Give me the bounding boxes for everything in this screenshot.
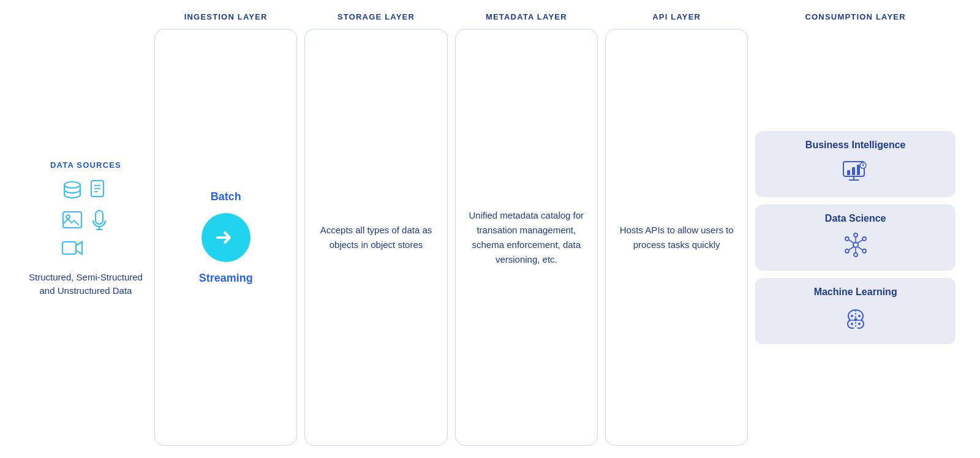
svg-line-29 <box>858 247 862 250</box>
storage-layer-title: STORAGE LAYER <box>333 12 420 21</box>
api-layer-column: API LAYER Hosts APIs to allow users to p… <box>605 12 748 446</box>
svg-line-28 <box>849 247 854 250</box>
batch-label: Batch <box>211 190 241 203</box>
metadata-layer-title: METADATA LAYER <box>481 12 572 21</box>
svg-point-23 <box>862 249 866 253</box>
ml-icon <box>841 304 870 336</box>
svg-point-21 <box>862 237 866 241</box>
video-icon <box>61 239 83 261</box>
database-icon <box>62 179 83 205</box>
svg-point-22 <box>845 249 849 253</box>
streaming-label: Streaming <box>199 272 253 285</box>
ingestion-layer-title: INGESTION LAYER <box>179 12 273 21</box>
svg-rect-9 <box>62 242 76 254</box>
svg-point-25 <box>854 253 858 257</box>
svg-point-24 <box>854 233 858 237</box>
data-sources-title: DATA SOURCES <box>50 160 121 170</box>
ds-icon <box>841 230 870 262</box>
svg-point-18 <box>862 164 863 165</box>
ml-card: Machine Learning <box>755 278 956 344</box>
svg-point-0 <box>64 182 80 188</box>
ingestion-arrow <box>202 213 251 262</box>
api-layer-title: API LAYER <box>647 12 706 21</box>
data-sources-description: Structured, Semi-Structured and Unstruct… <box>24 271 147 298</box>
consumption-layer-title: CONSUMPTION LAYER <box>800 12 910 21</box>
audio-icon <box>90 209 108 235</box>
svg-point-38 <box>854 318 857 321</box>
storage-layer-text: Accepts all types of data as objects in … <box>315 223 437 252</box>
api-layer-box: Hosts APIs to allow users to process tas… <box>605 29 748 446</box>
metadata-layer-column: METADATA LAYER Unified metadata catalog … <box>455 12 598 446</box>
bi-card: Business Intelligence <box>755 131 956 197</box>
source-icons <box>61 179 110 261</box>
image-icon <box>62 211 83 233</box>
svg-point-37 <box>858 323 861 325</box>
svg-point-6 <box>66 215 70 219</box>
bi-icon <box>841 157 870 189</box>
svg-line-27 <box>858 240 862 243</box>
architecture-diagram: DATA SOURCES <box>0 0 980 458</box>
ds-card: Data Science <box>755 205 956 271</box>
storage-layer-column: STORAGE LAYER Accepts all types of data … <box>304 12 447 446</box>
ds-title: Data Science <box>825 213 886 224</box>
svg-line-26 <box>849 240 854 243</box>
ml-title: Machine Learning <box>814 287 897 298</box>
metadata-layer-text: Unified metadata catalog for transation … <box>466 208 587 267</box>
svg-point-35 <box>858 315 861 317</box>
data-sources-column: DATA SOURCES <box>24 12 147 446</box>
bi-title: Business Intelligence <box>805 140 906 151</box>
svg-point-20 <box>845 237 849 241</box>
metadata-layer-box: Unified metadata catalog for transation … <box>455 29 598 446</box>
consumption-cards: Business Intelligence <box>755 29 956 446</box>
svg-rect-15 <box>857 165 860 175</box>
ingestion-layer-box: Batch Streaming <box>154 29 297 446</box>
svg-rect-13 <box>847 170 850 175</box>
storage-layer-box: Accepts all types of data as objects in … <box>304 29 447 446</box>
document-icon <box>90 179 108 205</box>
svg-point-36 <box>851 323 853 325</box>
svg-point-34 <box>851 315 853 317</box>
api-layer-text: Hosts APIs to allow users to process tas… <box>616 223 737 252</box>
svg-point-19 <box>853 242 858 247</box>
ingestion-layer-column: INGESTION LAYER Batch Streaming <box>154 12 297 446</box>
svg-rect-14 <box>852 167 855 175</box>
consumption-layer-column: CONSUMPTION LAYER Business Intelligence <box>755 12 956 446</box>
